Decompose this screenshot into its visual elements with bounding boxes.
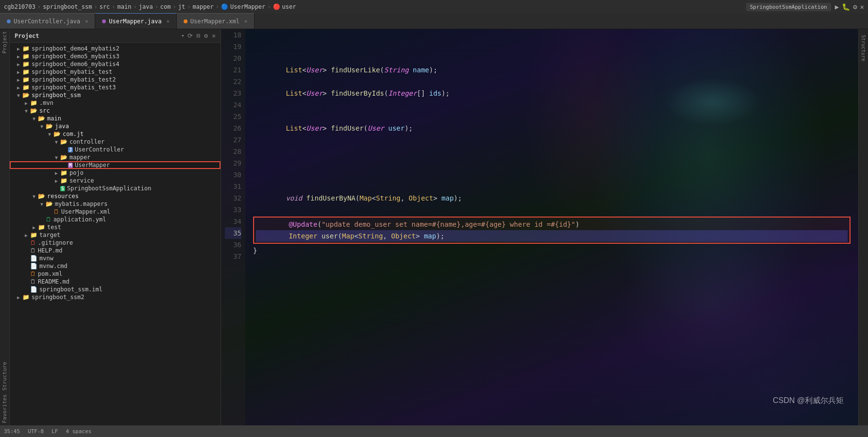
line-col-indicator: 35:45	[4, 428, 20, 435]
favorites-panel-icon[interactable]: Favorites	[1, 394, 8, 423]
code-line-23: List<User> findUserByIds( Integer[] ids)…	[253, 87, 851, 99]
tree-item-ssm-iml[interactable]: 📄 springboot_ssm.iml	[10, 286, 221, 293]
tree-item-java[interactable]: ▼ 📂 java	[10, 122, 221, 130]
tree-item-main[interactable]: ▼ 📂 main	[10, 115, 221, 122]
tab-label: UserController.java	[14, 18, 80, 25]
git-file-icon: 🗒	[30, 239, 36, 246]
settings-icon[interactable]: ⚙	[853, 3, 857, 11]
code-line-28	[253, 146, 851, 157]
mapper-file-icon: M	[68, 163, 73, 168]
tree-item-comjt[interactable]: ▼ 📂 com.jt	[10, 130, 221, 138]
code-line-36: }	[253, 245, 851, 256]
tab-close-icon[interactable]: ✕	[167, 18, 170, 24]
tree-item-target[interactable]: ▶ 📁 target	[10, 231, 221, 239]
tree-item-resources[interactable]: ▼ 📂 resources	[10, 192, 221, 200]
item-label: UserMapper.xml	[61, 208, 110, 215]
tree-item-usercontroller[interactable]: J UserController	[10, 146, 221, 153]
code-line-35: Integer user( Map< String, Object> map);	[256, 230, 848, 242]
close-panel-icon[interactable]: ✕	[212, 32, 216, 39]
tree-item-usermapper-xml[interactable]: 🗒 UserMapper.xml	[10, 208, 221, 216]
folder-icon: 📂	[22, 92, 30, 99]
collapse-arrow: ▶	[31, 225, 37, 230]
no-arrow	[23, 248, 29, 253]
tree-item-springboot-mybatis-test[interactable]: ▶ 📁 springboot_mybatis_test	[10, 68, 221, 76]
tree-item-mvn[interactable]: ▶ 📁 .mvn	[10, 99, 221, 107]
tree-item-controller[interactable]: ▼ 📂 controller	[10, 138, 221, 146]
close-icon[interactable]: ✕	[860, 3, 864, 11]
tab-label: UserMapper.java	[109, 18, 161, 25]
tree-item-springboot-demo4[interactable]: ▶ 📁 springboot_demo4_mybatis2	[10, 45, 221, 52]
java-folder-icon: 📂	[46, 123, 53, 130]
tab-usermapperxml[interactable]: UserMapper.xml ✕	[177, 13, 255, 29]
editor-wrapper: 18 19 20 21 22 23 24 25 26 27 28 29 30 3…	[221, 29, 858, 425]
item-label: springboot_ssm.iml	[39, 286, 102, 293]
item-label: mybatis.mappers	[55, 201, 107, 207]
collapse-icon[interactable]: ⊟	[197, 32, 201, 39]
tree-item-readmemd[interactable]: 🗒 README.md	[10, 278, 221, 286]
code-editor[interactable]: List<User> findUserLike( String name); L…	[245, 29, 858, 425]
xml-file-icon: 🗒	[53, 208, 59, 215]
tab-usercontroller[interactable]: UserController.java ✕	[0, 13, 95, 29]
tree-item-springboot-ssm[interactable]: ▼ 📂 springboot_ssm	[10, 91, 221, 99]
sync-icon[interactable]: ⟳	[187, 32, 193, 39]
settings-icon[interactable]: ⚙	[204, 32, 208, 39]
item-label: src	[39, 107, 50, 114]
tree-item-springboot-mybatis-test2[interactable]: ▶ 📁 springboot_mybatis_test2	[10, 76, 221, 84]
tree-item-test[interactable]: ▶ 📁 test	[10, 223, 221, 231]
tree-item-gitignore[interactable]: 🗒 .gitignore	[10, 239, 221, 247]
tab-close-icon[interactable]: ✕	[244, 18, 247, 24]
tab-usermapper[interactable]: UserMapper.java ✕	[95, 13, 176, 29]
top-bar: cgb210703 › springboot_ssm › src › main …	[0, 0, 868, 14]
tree-item-mvnw[interactable]: 📄 mvnw	[10, 254, 221, 262]
folder-icon: 📁	[22, 45, 30, 52]
tree-item-springbootssm-app[interactable]: S SpringbootSsmApplication	[10, 185, 221, 192]
code-line-22	[253, 76, 851, 87]
encoding-indicator: UTF-8	[28, 428, 44, 435]
tree-item-service[interactable]: ▶ 📁 service	[10, 177, 221, 185]
collapse-arrow: ▶	[53, 178, 59, 184]
item-label: springboot_demo6_mybatis4	[32, 61, 119, 67]
tab-label: UserMapper.xml	[190, 18, 239, 25]
tree-item-springboot-ssm2[interactable]: ▶ 📁 springboot_ssm2	[10, 293, 221, 301]
item-label: test	[47, 224, 61, 231]
structure-label[interactable]: Structure	[861, 35, 866, 61]
code-line-37	[253, 256, 851, 268]
springapp-icon: S	[60, 186, 65, 191]
item-label: .gitignore	[38, 239, 73, 246]
tree-item-mapper[interactable]: ▼ 📂 mapper	[10, 153, 221, 161]
sidebar-header: Project ▾ ⟳ ⊟ ⚙ ✕	[10, 29, 221, 43]
tree-item-application-yml[interactable]: 🗒 application.yml	[10, 216, 221, 223]
line-numbers: 18 19 20 21 22 23 24 25 26 27 28 29 30 3…	[221, 29, 245, 425]
code-line-26: List<User> findUser( User user);	[253, 122, 851, 134]
run-config-label[interactable]: SpringbootSsmApplication	[746, 3, 831, 11]
code-line-19	[253, 41, 851, 52]
tree-item-pomxml[interactable]: 🗒 pom.xml	[10, 270, 221, 278]
tree-item-usermapper[interactable]: M UserMapper	[10, 161, 221, 169]
package-icon: 📂	[53, 131, 61, 137]
folder-icon: 📁	[22, 68, 30, 75]
tree-item-src[interactable]: ▼ 📂 src	[10, 107, 221, 115]
project-panel-icon[interactable]: Project	[1, 31, 8, 53]
collapse-arrow: ▼	[31, 194, 37, 199]
tree-item-pojo[interactable]: ▶ 📁 pojo	[10, 169, 221, 177]
folder-icon: 📂	[38, 193, 45, 200]
no-arrow	[53, 186, 59, 191]
tree-item-helpmd[interactable]: 🗒 HELP.md	[10, 247, 221, 254]
no-arrow	[23, 271, 29, 277]
tree-item-springboot-demo5[interactable]: ▶ 📁 springboot_demo5_mybatis3	[10, 52, 221, 60]
collapse-arrow: ▶	[16, 46, 21, 51]
item-label: service	[69, 177, 94, 184]
no-arrow	[61, 163, 67, 168]
item-label: target	[39, 232, 60, 238]
tree-item-springboot-demo6[interactable]: ▶ 📁 springboot_demo6_mybatis4	[10, 60, 221, 68]
tree-item-mybatis-mappers[interactable]: ▼ 📂 mybatis.mappers	[10, 200, 221, 208]
yml-file-icon: 🗒	[46, 216, 51, 223]
tab-close-icon[interactable]: ✕	[85, 18, 88, 24]
debug-icon[interactable]: 🐛	[842, 3, 850, 11]
item-label: java	[55, 123, 69, 130]
collapse-arrow: ▼	[39, 202, 45, 207]
structure-panel-icon[interactable]: Structure	[1, 362, 8, 391]
tree-item-mvnw-cmd[interactable]: 📄 mvnw.cmd	[10, 262, 221, 270]
tree-item-springboot-mybatis-test3[interactable]: ▶ 📁 springboot_mybatis_test3	[10, 84, 221, 91]
play-icon[interactable]: ▶	[835, 3, 839, 11]
